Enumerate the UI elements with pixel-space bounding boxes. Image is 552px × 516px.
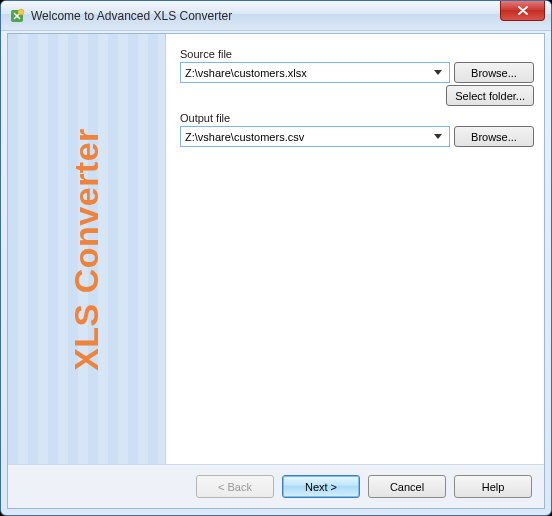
help-button[interactable]: Help — [454, 475, 532, 498]
app-icon — [9, 8, 25, 24]
titlebar[interactable]: Welcome to Advanced XLS Converter — [1, 1, 551, 31]
side-banner: XLS Converter — [8, 34, 166, 464]
back-button: < Back — [196, 475, 274, 498]
next-button[interactable]: Next > — [282, 475, 360, 498]
client-area: XLS Converter Source file Z:\vshare\cust… — [7, 33, 545, 509]
output-file-combo[interactable]: Z:\vshare\customers.csv — [180, 126, 450, 147]
wizard-footer: < Back Next > Cancel Help — [8, 464, 544, 508]
source-browse-button[interactable]: Browse... — [454, 62, 534, 83]
select-folder-button[interactable]: Select folder... — [446, 85, 534, 106]
close-icon — [518, 6, 528, 15]
output-browse-button[interactable]: Browse... — [454, 126, 534, 147]
cancel-button[interactable]: Cancel — [368, 475, 446, 498]
app-window: Welcome to Advanced XLS Converter XLS Co… — [0, 0, 552, 516]
source-file-label: Source file — [180, 48, 534, 60]
output-file-label: Output file — [180, 112, 534, 124]
source-file-combo[interactable]: Z:\vshare\customers.xlsx — [180, 62, 450, 83]
svg-point-1 — [18, 9, 24, 15]
output-file-value: Z:\vshare\customers.csv — [185, 131, 430, 143]
close-button[interactable] — [500, 1, 545, 21]
brand-text: XLS Converter — [67, 128, 106, 371]
source-file-value: Z:\vshare\customers.xlsx — [185, 67, 430, 79]
window-title: Welcome to Advanced XLS Converter — [31, 9, 500, 23]
content-area: XLS Converter Source file Z:\vshare\cust… — [8, 34, 544, 464]
main-panel: Source file Z:\vshare\customers.xlsx Bro… — [166, 34, 544, 464]
chevron-down-icon[interactable] — [430, 64, 445, 81]
chevron-down-icon[interactable] — [430, 128, 445, 145]
